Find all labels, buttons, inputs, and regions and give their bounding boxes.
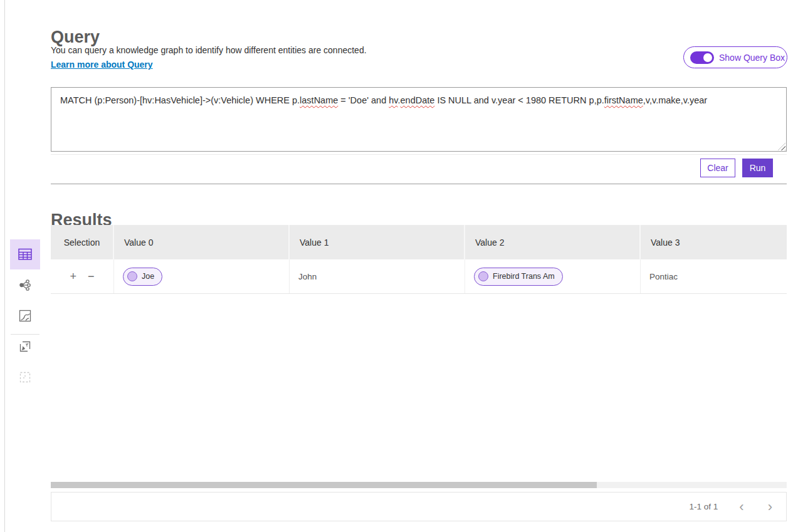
results-table: Selection Value 0 Value 1 Value 2 Value …	[51, 225, 787, 294]
entity-dot-icon	[478, 271, 488, 281]
query-text: ,v,v.make,v.year	[643, 95, 707, 105]
cell-value2: Firebird Trans Am	[465, 259, 641, 293]
query-input[interactable]: MATCH (p:Person)-[hv:HasVehicle]->(v:Veh…	[51, 87, 787, 152]
query-panel: MATCH (p:Person)-[hv:HasVehicle]->(v:Veh…	[51, 87, 787, 184]
sidebar-item-link-chart-view[interactable]	[10, 270, 40, 300]
table-header-row: Selection Value 0 Value 1 Value 2 Value …	[51, 225, 787, 259]
sidebar-item-map-view[interactable]	[10, 301, 40, 331]
cell-value1: John	[290, 259, 465, 293]
query-button-bar: Clear Run	[51, 154, 787, 184]
query-text: MATCH (p:Person)-[hv:HasVehicle]->(v:Veh…	[60, 95, 300, 105]
sidebar-item-add-to-map[interactable]	[10, 331, 40, 362]
horizontal-scrollbar-track[interactable]	[51, 482, 787, 488]
record-range-label: 1-1 of 1	[690, 502, 718, 511]
left-panel-divider	[4, 0, 5, 532]
entity-dot-icon	[127, 271, 137, 281]
toggle-knob	[703, 53, 712, 62]
sidebar-item-selection-tools	[10, 362, 40, 392]
page-description: You can query a knowledge graph to ident…	[51, 45, 367, 55]
column-header-selection[interactable]: Selection	[51, 225, 114, 259]
clear-button[interactable]: Clear	[700, 159, 735, 177]
entity-chip-label: Joe	[142, 272, 154, 281]
selection-icon	[19, 371, 31, 383]
selection-cell: + −	[51, 259, 114, 293]
pagination-bar: 1-1 of 1 ‹ ›	[51, 492, 787, 521]
run-button[interactable]: Run	[742, 159, 773, 177]
add-selection-button[interactable]: +	[64, 271, 82, 282]
learn-more-link[interactable]: Learn more about Query	[51, 60, 153, 70]
cell-value3: Pontiac	[641, 259, 787, 293]
toggle-label: Show Query Box	[719, 53, 785, 63]
page-title: Query	[51, 28, 100, 47]
sidebar-item-table-view[interactable]	[10, 239, 40, 269]
query-text-misspelled: lastName	[300, 95, 338, 105]
chevron-left-icon[interactable]: ‹	[737, 500, 746, 514]
view-switcher-sidebar	[10, 239, 40, 390]
query-text: = 'Doe' and	[338, 95, 389, 105]
add-layer-to-map-icon	[19, 340, 31, 353]
query-text-misspelled: firstName	[604, 95, 643, 105]
column-header-value2[interactable]: Value 2	[465, 225, 641, 259]
table-row: + − Joe John Firebird Trans Am Pontiac	[51, 259, 787, 294]
cell-value0: Joe	[114, 259, 290, 293]
column-header-value3[interactable]: Value 3	[641, 225, 787, 259]
horizontal-scrollbar-thumb[interactable]	[51, 482, 597, 488]
query-text-misspelled: endDate	[401, 95, 435, 105]
query-text-misspelled: hv	[389, 95, 397, 105]
chevron-right-icon[interactable]: ›	[765, 500, 775, 514]
entity-chip[interactable]: Firebird Trans Am	[474, 268, 563, 286]
link-chart-icon	[19, 279, 31, 291]
resize-handle-icon[interactable]	[778, 143, 785, 150]
entity-chip-label: Firebird Trans Am	[493, 272, 555, 281]
column-header-value1[interactable]: Value 1	[290, 225, 465, 259]
show-query-box-toggle[interactable]: Show Query Box	[683, 46, 787, 68]
map-icon	[19, 310, 31, 322]
query-text: IS NULL and v.year < 1980 RETURN p,p.	[434, 95, 604, 105]
table-icon	[18, 248, 32, 261]
remove-selection-button[interactable]: −	[82, 271, 100, 282]
toggle-switch-icon[interactable]	[690, 51, 714, 64]
entity-chip[interactable]: Joe	[123, 268, 162, 286]
column-header-value0[interactable]: Value 0	[114, 225, 290, 259]
